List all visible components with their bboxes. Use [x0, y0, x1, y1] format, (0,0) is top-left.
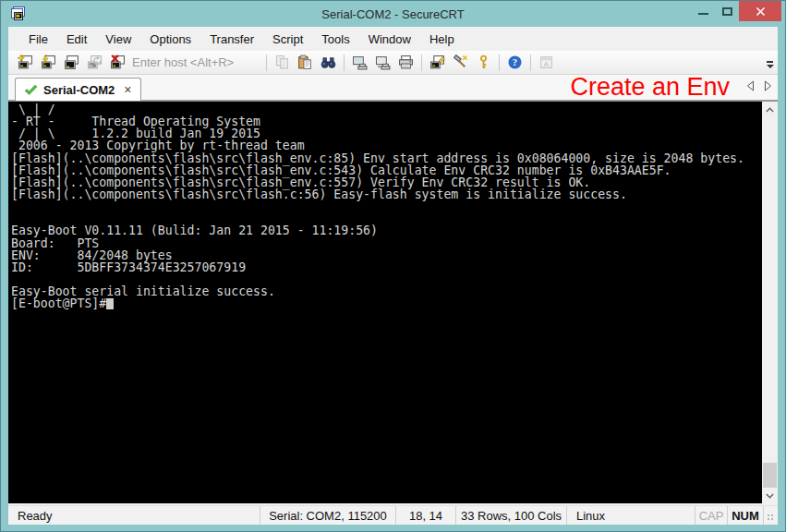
terminal-line: [E-boot@PTS]#	[11, 297, 762, 309]
copy-icon	[274, 54, 290, 70]
toolbar-separator	[499, 54, 500, 71]
menu-tools[interactable]: Tools	[312, 29, 358, 50]
find-button[interactable]	[317, 52, 340, 74]
reconnect-button	[83, 52, 106, 74]
menu-window[interactable]: Window	[359, 29, 420, 50]
terminal-scrollbar[interactable]	[762, 102, 778, 503]
help-button[interactable]	[503, 52, 526, 74]
menu-help[interactable]: Help	[420, 29, 464, 50]
terminal-line: [Flash](..\components\flash\src\flash_en…	[11, 164, 762, 176]
menu-bar: FileEditViewOptionsTransferScriptToolsWi…	[8, 27, 778, 51]
session-options-icon	[429, 54, 445, 70]
quick-connect-button[interactable]	[37, 52, 60, 74]
tab-scroll-left-icon[interactable]	[746, 80, 755, 91]
title-bar[interactable]: Serial-COM2 - SecureCRT	[1, 1, 785, 27]
print-screen-button[interactable]	[348, 52, 371, 74]
quick-connect-icon	[41, 54, 56, 70]
paste-button[interactable]	[294, 52, 317, 74]
window-session-button	[535, 52, 558, 74]
status-cursor-position: 18, 14	[395, 506, 455, 525]
clone-session-button[interactable]	[60, 52, 83, 74]
print-wizard-button[interactable]	[371, 52, 394, 74]
new-session-icon	[18, 54, 33, 70]
terminal-screen[interactable]: \ | /- RT - Thread Operating System / | …	[8, 102, 762, 503]
find-icon	[320, 54, 336, 70]
global-options-button[interactable]	[449, 52, 472, 74]
scrollbar-track[interactable]	[762, 117, 778, 488]
terminal-line: [Flash](..\components\flash\src\flash_en…	[11, 152, 762, 164]
chevron-up-icon	[766, 107, 774, 113]
toolbar-overflow-icon	[767, 61, 773, 63]
status-emulation: Linux	[566, 506, 695, 525]
terminal-line: 2006 - 2013 Copyright by rt-thread team	[11, 139, 762, 151]
menu-file[interactable]: File	[19, 29, 57, 50]
menu-transfer[interactable]: Transfer	[200, 29, 263, 50]
status-num-lock: NUM	[727, 506, 763, 525]
terminal-line: ID: 5DBFF3734374E3257067919	[11, 261, 762, 273]
scrollbar-thumb[interactable]	[763, 463, 777, 488]
paste-icon	[297, 54, 313, 70]
terminal-line: Board: PTS	[11, 237, 762, 249]
tab-bar: Serial-COM2 × Create an Env	[8, 75, 778, 101]
toolbar-overflow-button[interactable]	[764, 58, 776, 71]
toolbar-separator	[344, 54, 345, 71]
client-area: FileEditViewOptionsTransferScriptToolsWi…	[8, 27, 778, 525]
terminal-line: Easy-Boot V0.11.11 (Bulid: Jan 21 2015 -…	[11, 224, 762, 236]
menu-view[interactable]: View	[96, 29, 140, 50]
terminal-line: [Flash](..\components\flash\src\flash.c:…	[11, 188, 762, 200]
printer-button[interactable]	[394, 52, 417, 74]
maximize-button[interactable]	[715, 1, 739, 21]
annotation-create-env: Create an Env	[570, 73, 730, 102]
securecrt-window: Serial-COM2 - SecureCRT FileEditViewOpti…	[0, 0, 786, 532]
disconnect-icon	[110, 54, 126, 70]
minimize-icon	[698, 13, 708, 15]
status-ready: Ready	[8, 506, 260, 525]
print-wizard-icon	[375, 54, 391, 70]
keys-button[interactable]	[472, 52, 495, 74]
status-terminal-size: 33 Rows, 100 Cols	[455, 506, 566, 525]
toolbar-separator	[530, 54, 531, 71]
toolbar-separator	[266, 54, 267, 71]
status-caps-lock: CAP	[695, 506, 727, 525]
tab-label: Serial-COM2	[43, 83, 115, 97]
tab-close-icon[interactable]: ×	[124, 83, 131, 96]
new-session-button[interactable]	[14, 52, 37, 74]
terminal-line	[11, 200, 762, 212]
terminal-line: Easy-Boot serial initialize success.	[11, 285, 762, 297]
resize-grip[interactable]	[763, 506, 778, 525]
close-button[interactable]	[739, 1, 781, 21]
terminal-line: ENV: 84/2048 bytes	[11, 249, 762, 261]
status-bar: Ready Serial: COM2, 115200 18, 14 33 Row…	[8, 505, 778, 525]
chevron-down-icon	[766, 493, 774, 499]
minimize-button[interactable]	[691, 1, 715, 21]
menu-script[interactable]: Script	[263, 29, 312, 50]
maximize-icon	[722, 7, 732, 16]
host-input[interactable]	[131, 54, 259, 72]
help-icon	[507, 54, 523, 70]
status-serial: Serial: COM2, 115200	[260, 506, 395, 525]
copy-button	[271, 52, 294, 74]
menu-options[interactable]: Options	[140, 29, 200, 50]
menu-edit[interactable]: Edit	[57, 29, 96, 50]
tab-scroll-right-icon[interactable]	[764, 80, 772, 91]
toolbar	[8, 51, 778, 75]
clone-session-icon	[64, 54, 79, 70]
scroll-up-button[interactable]	[762, 102, 778, 117]
window-session-icon	[538, 54, 554, 70]
close-icon	[756, 6, 766, 17]
terminal-area: \ | /- RT - Thread Operating System / | …	[8, 101, 778, 503]
session-options-button[interactable]	[426, 52, 449, 74]
connected-check-icon	[24, 84, 38, 96]
global-options-icon	[453, 54, 468, 70]
print-screen-icon	[352, 54, 368, 70]
printer-icon	[398, 54, 414, 70]
scroll-down-button[interactable]	[762, 488, 778, 503]
toolbar-separator	[421, 54, 422, 71]
keys-icon	[476, 54, 491, 70]
disconnect-button[interactable]	[106, 52, 129, 74]
window-title: Serial-COM2 - SecureCRT	[1, 7, 785, 21]
terminal-cursor	[106, 298, 114, 309]
reconnect-icon	[87, 54, 103, 70]
tab-serial-com2[interactable]: Serial-COM2 ×	[15, 78, 141, 101]
terminal-line: [Flash](..\components\flash\src\flash_en…	[11, 176, 762, 188]
